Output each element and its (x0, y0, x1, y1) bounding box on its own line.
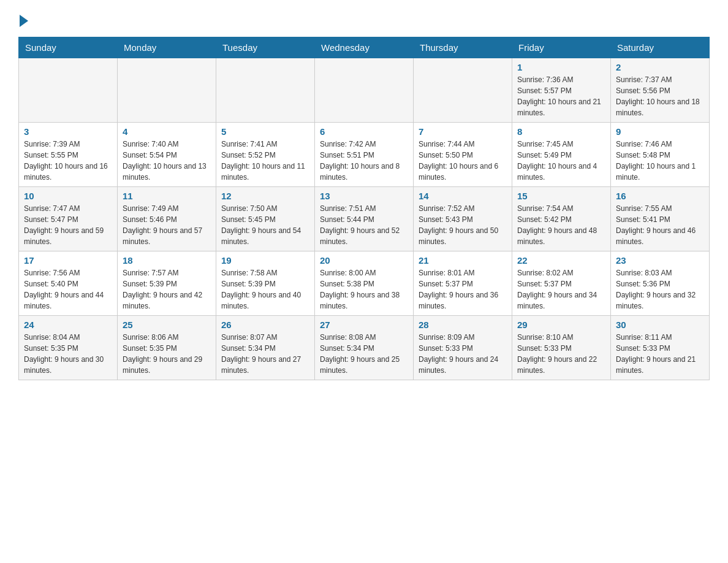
day-number: 10 (24, 191, 112, 201)
day-number: 27 (320, 320, 408, 330)
day-number: 30 (616, 320, 704, 330)
day-number: 11 (123, 191, 211, 201)
day-number: 9 (616, 126, 704, 137)
logo (18, 12, 28, 25)
day-number: 1 (517, 62, 605, 72)
day-info: Sunrise: 8:03 AM Sunset: 5:36 PM Dayligh… (616, 267, 704, 312)
calendar-cell: 19Sunrise: 7:58 AM Sunset: 5:39 PM Dayli… (216, 251, 315, 316)
calendar-cell: 3Sunrise: 7:39 AM Sunset: 5:55 PM Daylig… (19, 123, 118, 187)
day-info: Sunrise: 7:58 AM Sunset: 5:39 PM Dayligh… (221, 267, 309, 312)
day-info: Sunrise: 7:39 AM Sunset: 5:55 PM Dayligh… (24, 139, 112, 183)
day-info: Sunrise: 7:44 AM Sunset: 5:50 PM Dayligh… (419, 139, 507, 183)
day-info: Sunrise: 8:01 AM Sunset: 5:37 PM Dayligh… (419, 267, 507, 312)
calendar-cell: 20Sunrise: 8:00 AM Sunset: 5:38 PM Dayli… (315, 251, 414, 316)
calendar-cell: 1Sunrise: 7:36 AM Sunset: 5:57 PM Daylig… (512, 58, 611, 123)
day-number: 6 (320, 126, 408, 137)
calendar-cell: 22Sunrise: 8:02 AM Sunset: 5:37 PM Dayli… (512, 251, 611, 316)
weekday-header-thursday: Thursday (414, 37, 512, 58)
day-info: Sunrise: 7:57 AM Sunset: 5:39 PM Dayligh… (123, 267, 211, 312)
calendar-cell: 18Sunrise: 7:57 AM Sunset: 5:39 PM Dayli… (118, 251, 216, 316)
weekday-header-saturday: Saturday (611, 37, 710, 58)
day-info: Sunrise: 8:02 AM Sunset: 5:37 PM Dayligh… (517, 267, 605, 312)
day-info: Sunrise: 7:51 AM Sunset: 5:44 PM Dayligh… (320, 203, 408, 247)
day-number: 20 (320, 255, 408, 266)
calendar-cell: 14Sunrise: 7:52 AM Sunset: 5:43 PM Dayli… (414, 187, 512, 251)
page-header (18, 12, 710, 25)
day-number: 5 (221, 126, 309, 137)
calendar-cell: 25Sunrise: 8:06 AM Sunset: 5:35 PM Dayli… (118, 316, 216, 380)
day-number: 8 (517, 126, 605, 137)
calendar-cell: 8Sunrise: 7:45 AM Sunset: 5:49 PM Daylig… (512, 123, 611, 187)
calendar-cell: 15Sunrise: 7:54 AM Sunset: 5:42 PM Dayli… (512, 187, 611, 251)
day-info: Sunrise: 7:47 AM Sunset: 5:47 PM Dayligh… (24, 203, 112, 247)
weekday-header-sunday: Sunday (19, 37, 118, 58)
day-number: 19 (221, 255, 309, 266)
day-info: Sunrise: 7:45 AM Sunset: 5:49 PM Dayligh… (517, 139, 605, 183)
day-info: Sunrise: 7:46 AM Sunset: 5:48 PM Dayligh… (616, 139, 704, 183)
calendar-week-row: 17Sunrise: 7:56 AM Sunset: 5:40 PM Dayli… (19, 251, 710, 316)
day-number: 13 (320, 191, 408, 201)
calendar-cell: 2Sunrise: 7:37 AM Sunset: 5:56 PM Daylig… (611, 58, 710, 123)
day-number: 21 (419, 255, 507, 266)
day-number: 7 (419, 126, 507, 137)
calendar-header-row: SundayMondayTuesdayWednesdayThursdayFrid… (19, 37, 710, 58)
calendar-table: SundayMondayTuesdayWednesdayThursdayFrid… (18, 37, 710, 380)
calendar-cell: 24Sunrise: 8:04 AM Sunset: 5:35 PM Dayli… (19, 316, 118, 380)
day-number: 12 (221, 191, 309, 201)
day-number: 28 (419, 320, 507, 330)
calendar-cell: 6Sunrise: 7:42 AM Sunset: 5:51 PM Daylig… (315, 123, 414, 187)
calendar-cell: 16Sunrise: 7:55 AM Sunset: 5:41 PM Dayli… (611, 187, 710, 251)
calendar-cell: 11Sunrise: 7:49 AM Sunset: 5:46 PM Dayli… (118, 187, 216, 251)
day-number: 14 (419, 191, 507, 201)
day-info: Sunrise: 7:55 AM Sunset: 5:41 PM Dayligh… (616, 203, 704, 247)
day-info: Sunrise: 7:40 AM Sunset: 5:54 PM Dayligh… (123, 139, 211, 183)
day-info: Sunrise: 8:07 AM Sunset: 5:34 PM Dayligh… (221, 332, 309, 376)
calendar-cell: 9Sunrise: 7:46 AM Sunset: 5:48 PM Daylig… (611, 123, 710, 187)
logo-arrow-icon (20, 15, 28, 27)
calendar-cell: 10Sunrise: 7:47 AM Sunset: 5:47 PM Dayli… (19, 187, 118, 251)
calendar-cell: 26Sunrise: 8:07 AM Sunset: 5:34 PM Dayli… (216, 316, 315, 380)
weekday-header-friday: Friday (512, 37, 611, 58)
day-number: 3 (24, 126, 112, 137)
day-info: Sunrise: 7:41 AM Sunset: 5:52 PM Dayligh… (221, 139, 309, 183)
calendar-cell: 13Sunrise: 7:51 AM Sunset: 5:44 PM Dayli… (315, 187, 414, 251)
day-info: Sunrise: 8:10 AM Sunset: 5:33 PM Dayligh… (517, 332, 605, 376)
calendar-cell (118, 58, 216, 123)
day-info: Sunrise: 8:08 AM Sunset: 5:34 PM Dayligh… (320, 332, 408, 376)
calendar-cell: 21Sunrise: 8:01 AM Sunset: 5:37 PM Dayli… (414, 251, 512, 316)
calendar-cell: 27Sunrise: 8:08 AM Sunset: 5:34 PM Dayli… (315, 316, 414, 380)
day-number: 29 (517, 320, 605, 330)
day-number: 26 (221, 320, 309, 330)
day-number: 4 (123, 126, 211, 137)
calendar-week-row: 3Sunrise: 7:39 AM Sunset: 5:55 PM Daylig… (19, 123, 710, 187)
day-info: Sunrise: 7:37 AM Sunset: 5:56 PM Dayligh… (616, 74, 704, 118)
day-number: 22 (517, 255, 605, 266)
calendar-week-row: 24Sunrise: 8:04 AM Sunset: 5:35 PM Dayli… (19, 316, 710, 380)
day-info: Sunrise: 7:42 AM Sunset: 5:51 PM Dayligh… (320, 139, 408, 183)
calendar-week-row: 1Sunrise: 7:36 AM Sunset: 5:57 PM Daylig… (19, 58, 710, 123)
calendar-cell: 7Sunrise: 7:44 AM Sunset: 5:50 PM Daylig… (414, 123, 512, 187)
calendar-cell: 5Sunrise: 7:41 AM Sunset: 5:52 PM Daylig… (216, 123, 315, 187)
day-info: Sunrise: 8:04 AM Sunset: 5:35 PM Dayligh… (24, 332, 112, 376)
day-info: Sunrise: 7:36 AM Sunset: 5:57 PM Dayligh… (517, 74, 605, 118)
calendar-cell: 12Sunrise: 7:50 AM Sunset: 5:45 PM Dayli… (216, 187, 315, 251)
day-info: Sunrise: 8:11 AM Sunset: 5:33 PM Dayligh… (616, 332, 704, 376)
calendar-cell (414, 58, 512, 123)
calendar-cell: 17Sunrise: 7:56 AM Sunset: 5:40 PM Dayli… (19, 251, 118, 316)
weekday-header-tuesday: Tuesday (216, 37, 315, 58)
day-number: 2 (616, 62, 704, 72)
day-number: 16 (616, 191, 704, 201)
calendar-cell: 23Sunrise: 8:03 AM Sunset: 5:36 PM Dayli… (611, 251, 710, 316)
day-number: 23 (616, 255, 704, 266)
day-info: Sunrise: 8:09 AM Sunset: 5:33 PM Dayligh… (419, 332, 507, 376)
day-number: 25 (123, 320, 211, 330)
day-info: Sunrise: 7:56 AM Sunset: 5:40 PM Dayligh… (24, 267, 112, 312)
day-number: 17 (24, 255, 112, 266)
calendar-cell: 30Sunrise: 8:11 AM Sunset: 5:33 PM Dayli… (611, 316, 710, 380)
weekday-header-wednesday: Wednesday (315, 37, 414, 58)
calendar-cell: 29Sunrise: 8:10 AM Sunset: 5:33 PM Dayli… (512, 316, 611, 380)
calendar-cell: 4Sunrise: 7:40 AM Sunset: 5:54 PM Daylig… (118, 123, 216, 187)
day-info: Sunrise: 8:06 AM Sunset: 5:35 PM Dayligh… (123, 332, 211, 376)
calendar-cell (216, 58, 315, 123)
day-number: 18 (123, 255, 211, 266)
